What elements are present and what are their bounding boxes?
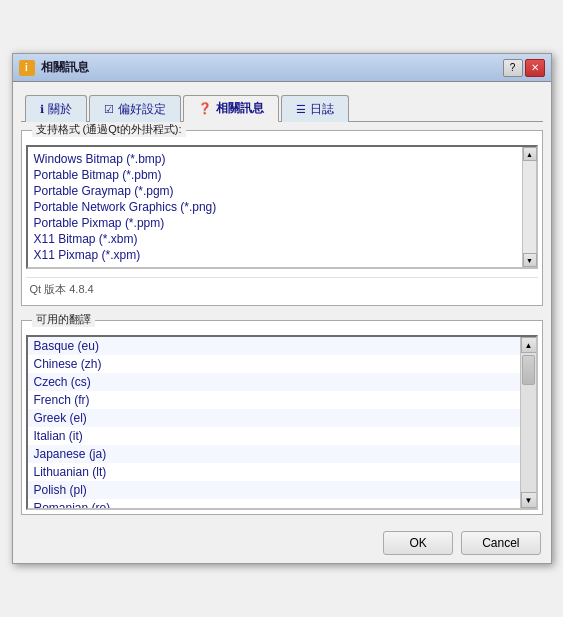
related-tab-icon: ❓	[198, 102, 212, 115]
format-scrollbar: ▲ ▼	[522, 147, 536, 267]
ok-button[interactable]: OK	[383, 531, 453, 555]
list-item: Portable Network Graphics (*.png)	[32, 199, 518, 215]
format-group: 支持格式 (通過Qt的外掛程式): Windows Bitmap (*.bmp)…	[21, 130, 543, 306]
close-button[interactable]: ✕	[525, 59, 545, 77]
preferences-tab-icon: ☑	[104, 103, 114, 116]
tab-related-label: 相關訊息	[216, 100, 264, 117]
list-item: Chinese (zh)	[28, 355, 520, 373]
scroll-down-btn[interactable]: ▼	[523, 253, 537, 267]
cancel-button[interactable]: Cancel	[461, 531, 540, 555]
list-item: French (fr)	[28, 391, 520, 409]
scroll-down-button[interactable]: ▼	[521, 492, 537, 508]
list-item: Polish (pl)	[28, 481, 520, 499]
translation-list: Basque (eu) Chinese (zh) Czech (cs) Fren…	[28, 337, 520, 508]
translation-group: 可用的翻譯 Basque (eu) Chinese (zh) Czech (cs…	[21, 320, 543, 515]
tab-preferences[interactable]: ☑ 偏好設定	[89, 95, 181, 122]
list-item: Romanian (ro)	[28, 499, 520, 508]
dialog-window: i 相關訊息 ? ✕ ℹ 關於 ☑ 偏好設定 ❓ 相關訊息 ☰	[12, 53, 552, 564]
scroll-up-btn[interactable]: ▲	[523, 147, 537, 161]
scroll-up-button[interactable]: ▲	[521, 337, 537, 353]
list-item: Japanese (ja)	[28, 445, 520, 463]
title-bar: i 相關訊息 ? ✕	[13, 54, 551, 82]
about-tab-icon: ℹ	[40, 103, 44, 116]
format-list: Windows Bitmap (*.bmp) Portable Bitmap (…	[28, 147, 522, 267]
format-group-label: 支持格式 (通過Qt的外掛程式):	[32, 122, 186, 137]
tab-related[interactable]: ❓ 相關訊息	[183, 95, 279, 122]
qt-version: Qt 版本 4.8.4	[26, 277, 538, 301]
tab-about[interactable]: ℹ 關於	[25, 95, 87, 122]
translation-list-container: Basque (eu) Chinese (zh) Czech (cs) Fren…	[26, 335, 538, 510]
scroll-track	[521, 353, 536, 492]
translation-group-label: 可用的翻譯	[32, 312, 95, 327]
bottom-bar: OK Cancel	[13, 523, 551, 563]
list-item: Portable Graymap (*.pgm)	[32, 183, 518, 199]
log-tab-icon: ☰	[296, 103, 306, 116]
tab-about-label: 關於	[48, 101, 72, 118]
help-button[interactable]: ?	[503, 59, 523, 77]
list-item: X11 Pixmap (*.xpm)	[32, 247, 518, 263]
title-buttons: ? ✕	[503, 59, 545, 77]
list-item: Portable Pixmap (*.ppm)	[32, 215, 518, 231]
list-item: X11 Bitmap (*.xbm)	[32, 231, 518, 247]
tab-bar: ℹ 關於 ☑ 偏好設定 ❓ 相關訊息 ☰ 日誌	[21, 90, 543, 122]
title-bar-left: i 相關訊息	[19, 59, 89, 76]
list-item: Italian (it)	[28, 427, 520, 445]
format-list-container: Windows Bitmap (*.bmp) Portable Bitmap (…	[26, 145, 538, 269]
dialog-content: ℹ 關於 ☑ 偏好設定 ❓ 相關訊息 ☰ 日誌 支持格式 (通過Qt的外掛程式)…	[13, 82, 551, 523]
tab-log-label: 日誌	[310, 101, 334, 118]
list-item: Greek (el)	[28, 409, 520, 427]
list-item: Lithuanian (lt)	[28, 463, 520, 481]
window-title: 相關訊息	[41, 59, 89, 76]
scroll-thumb[interactable]	[522, 355, 535, 385]
list-item: Portable Bitmap (*.pbm)	[32, 167, 518, 183]
window-icon: i	[19, 60, 35, 76]
list-item: Windows Bitmap (*.bmp)	[32, 151, 518, 167]
tab-log[interactable]: ☰ 日誌	[281, 95, 349, 122]
list-item: Basque (eu)	[28, 337, 520, 355]
list-item: Czech (cs)	[28, 373, 520, 391]
translation-scrollbar: ▲ ▼	[520, 337, 536, 508]
tab-preferences-label: 偏好設定	[118, 101, 166, 118]
